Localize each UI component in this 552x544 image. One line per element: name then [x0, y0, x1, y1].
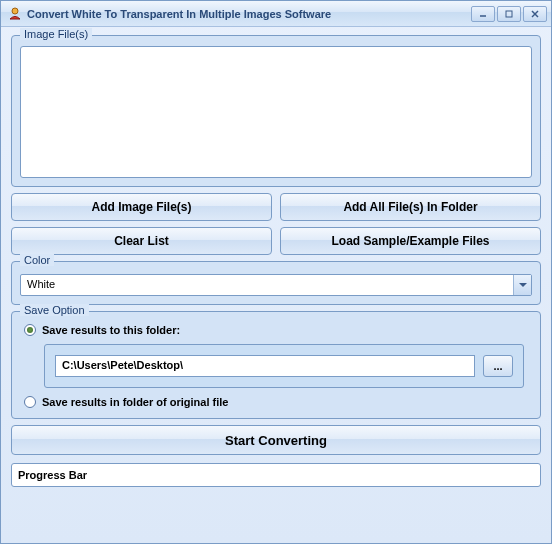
radio-icon	[24, 396, 36, 408]
start-converting-button[interactable]: Start Converting	[11, 425, 541, 455]
save-in-original-folder-label: Save results in folder of original file	[42, 396, 228, 408]
load-sample-files-button[interactable]: Load Sample/Example Files	[280, 227, 541, 255]
svg-point-0	[12, 8, 18, 14]
radio-icon	[24, 324, 36, 336]
chevron-down-icon[interactable]	[513, 275, 531, 295]
color-legend: Color	[20, 254, 54, 266]
save-to-folder-label: Save results to this folder:	[42, 324, 180, 336]
browse-button[interactable]: ...	[483, 355, 513, 377]
app-icon	[7, 6, 23, 22]
image-files-group: Image File(s)	[11, 35, 541, 187]
save-option-group: Save Option Save results to this folder:…	[11, 311, 541, 419]
app-window: Convert White To Transparent In Multiple…	[0, 0, 552, 544]
close-button[interactable]	[523, 6, 547, 22]
save-to-folder-radio-row[interactable]: Save results to this folder:	[24, 324, 532, 336]
titlebar: Convert White To Transparent In Multiple…	[1, 1, 551, 27]
window-controls	[471, 6, 547, 22]
color-combobox[interactable]: White	[20, 274, 532, 296]
save-option-legend: Save Option	[20, 304, 89, 316]
svg-rect-2	[506, 11, 512, 17]
image-files-listbox[interactable]	[20, 46, 532, 178]
minimize-button[interactable]	[471, 6, 495, 22]
color-selected-value: White	[21, 275, 513, 295]
maximize-button[interactable]	[497, 6, 521, 22]
save-in-original-folder-radio-row[interactable]: Save results in folder of original file	[24, 396, 532, 408]
save-path-input[interactable]: C:\Users\Pete\Desktop\	[55, 355, 475, 377]
progress-bar-label: Progress Bar	[18, 469, 87, 481]
clear-list-button[interactable]: Clear List	[11, 227, 272, 255]
add-all-files-in-folder-button[interactable]: Add All File(s) In Folder	[280, 193, 541, 221]
save-path-panel: C:\Users\Pete\Desktop\ ...	[44, 344, 524, 388]
client-area: Image File(s) Add Image File(s) Add All …	[1, 27, 551, 497]
add-image-files-button[interactable]: Add Image File(s)	[11, 193, 272, 221]
image-files-legend: Image File(s)	[20, 28, 92, 40]
window-title: Convert White To Transparent In Multiple…	[27, 8, 471, 20]
color-group: Color White	[11, 261, 541, 305]
progress-bar: Progress Bar	[11, 463, 541, 487]
